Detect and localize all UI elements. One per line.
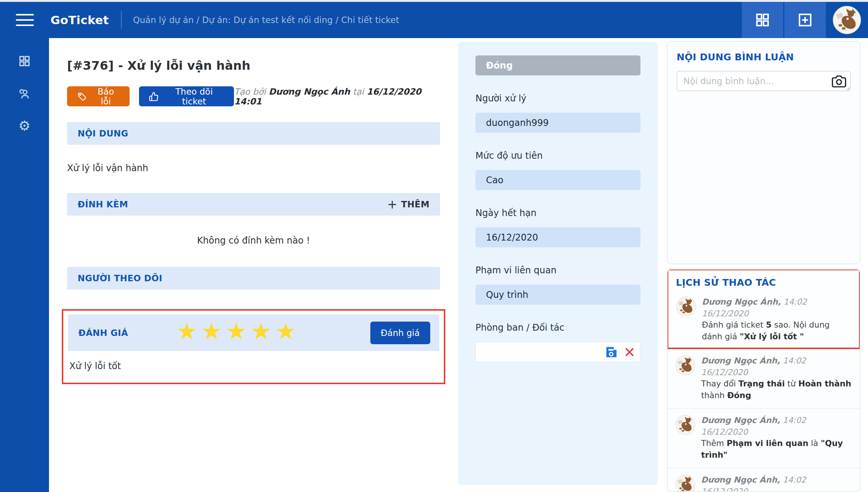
field-label-scope: Phạm vi liên quan [475, 265, 640, 276]
star-icon[interactable]: ★ [201, 320, 222, 343]
department-input-wrap [475, 342, 640, 362]
avatar [676, 296, 696, 317]
rating-highlight-annotation: ĐÁNH GIÁ ★★★★★ Đánh giá Xử lý lỗi tốt [62, 309, 445, 384]
add-attachment-label: THÊM [401, 199, 429, 209]
history-item: Dương Ngọc Ánh, 14:02 16/12/2020 Đánh gi… [676, 293, 851, 345]
add-attachment-button[interactable]: + THÊM [387, 198, 429, 210]
close-ticket-button[interactable]: Đóng [475, 55, 640, 75]
history-item: Dương Ngọc Ánh, 14:02 16/12/2020 Thay đổ… [668, 349, 860, 409]
field-label-priority: Mức độ ưu tiên [475, 150, 640, 161]
app-logo: GoTicket [50, 13, 109, 27]
star-icon[interactable]: ★ [176, 320, 197, 343]
rate-button[interactable]: Đánh giá [370, 322, 430, 344]
attachments-empty-text: Không có đính kèm nào ! [67, 216, 440, 267]
star-icon[interactable]: ★ [226, 320, 247, 343]
grid-icon [18, 55, 31, 67]
hamburger-menu-icon[interactable] [16, 10, 34, 30]
history-item-meta: Dương Ngọc Ánh, 14:02 16/12/2020 [701, 355, 852, 378]
sidebar-item-users[interactable] [17, 86, 32, 101]
attach-photo-button[interactable] [832, 74, 846, 90]
camera-icon [832, 74, 846, 89]
avatar [675, 474, 695, 492]
history-author: Dương Ngọc Ánh, [701, 475, 780, 484]
history-item: Dương Ngọc Ánh, 14:02 16/12/2020 Thêm Ph… [668, 409, 860, 468]
sidebar-item-settings[interactable]: ⚙ [17, 118, 32, 134]
history-item-body: Dương Ngọc Ánh, 14:02 16/12/2020 Thêm Ph… [701, 415, 852, 461]
history-list: Dương Ngọc Ánh, 14:02 16/12/2020 Thay đổ… [668, 349, 860, 492]
create-new-button[interactable] [783, 2, 826, 38]
department-input[interactable] [482, 347, 599, 357]
comment-input[interactable] [677, 71, 851, 91]
field-label-due-date: Ngày hết hạn [475, 208, 640, 218]
report-error-label: Báo lỗi [92, 87, 119, 106]
close-ticket-label: Đóng [486, 60, 513, 71]
ticket-content-text: Xử lý lỗi vận hành [67, 145, 440, 193]
history-author: Dương Ngọc Ánh, [701, 415, 780, 425]
history-item-meta: Dương Ngọc Ánh, 14:02 16/12/2020 [701, 474, 852, 492]
right-column: NỘI DUNG BÌNH LUẬN LỊCH SỬ THAO TÁC Dươn… [667, 41, 860, 492]
history-item-body: Dương Ngọc Ánh, 14:02 16/12/2020 Thêm Ng… [701, 474, 852, 492]
section-followers-header: NGƯỜI THEO DÕI [67, 267, 440, 290]
ticket-details-panel: Đóng Người xử lý duonganh999 Mức độ ưu t… [458, 42, 658, 485]
user-avatar[interactable] [833, 6, 861, 34]
rating-review-text: Xử lý lỗi tốt [68, 351, 439, 383]
tag-icon [77, 91, 87, 102]
field-value-priority[interactable]: Cao [475, 170, 640, 190]
top-navbar: GoTicket Quản lý dự án / Dự án: Dự án te… [0, 2, 868, 38]
follow-ticket-button[interactable]: Theo dõi ticket [139, 86, 234, 106]
ticket-actions: Báo lỗi Theo dõi ticket Tạo bởi Dương Ng… [67, 86, 440, 106]
history-action-text: Thêm Phạm vi liên quan là "Quy trình" [701, 438, 852, 461]
thumbs-up-icon [149, 91, 159, 102]
field-label-department: Phòng ban / Đối tác [475, 322, 640, 333]
navbar-divider [121, 11, 122, 29]
history-item-meta: Dương Ngọc Ánh, 14:02 16/12/2020 [701, 415, 852, 438]
section-followers-title: NGƯỜI THEO DÕI [78, 273, 162, 283]
rate-button-label: Đánh giá [381, 328, 420, 338]
report-error-button[interactable]: Báo lỗi [67, 86, 130, 106]
history-action-text: Thay đổi Trạng thái từ Hoàn thành thành … [701, 378, 852, 401]
page-title: [#376] - Xử lý lỗi vận hành [67, 58, 440, 73]
people-icon [18, 87, 31, 100]
created-by-name: Dương Ngọc Ánh [269, 87, 350, 97]
field-value-scope[interactable]: Quy trình [475, 285, 640, 305]
save-icon[interactable] [605, 345, 618, 359]
created-by-line: Tạo bởi Dương Ngọc Ánh tại 16/12/2020 14… [234, 87, 440, 106]
star-icon[interactable]: ★ [275, 320, 296, 343]
avatar [675, 355, 695, 376]
section-attachments-title: ĐÍNH KÈM [78, 199, 128, 209]
history-author: Dương Ngọc Ánh, [701, 356, 780, 365]
section-content-title: NỘI DUNG [78, 129, 128, 138]
comments-title: NỘI DUNG BÌNH LUẬN [677, 52, 794, 63]
field-value-assignee[interactable]: duonganh999 [475, 113, 640, 133]
history-title: LỊCH SỬ THAO TÁC [676, 277, 851, 288]
gear-icon: ⚙ [18, 119, 31, 133]
history-item-meta: Dương Ngọc Ánh, 14:02 16/12/2020 [702, 296, 851, 319]
star-icon[interactable]: ★ [251, 320, 272, 343]
plus-icon: + [387, 198, 397, 210]
grid-icon [755, 12, 770, 28]
field-label-assignee: Người xử lý [475, 93, 640, 104]
history-item: Dương Ngọc Ánh, 14:02 16/12/2020 Thêm Ng… [668, 468, 860, 492]
rating-section-bar: ĐÁNH GIÁ ★★★★★ Đánh giá [68, 314, 439, 351]
section-attachments-header: ĐÍNH KÈM + THÊM [67, 193, 440, 216]
breadcrumb[interactable]: Quản lý dự án / Dự án: Dự án test kết nố… [133, 15, 399, 25]
left-sidebar: ⚙ [0, 38, 49, 492]
history-item-body: Dương Ngọc Ánh, 14:02 16/12/2020 Thay đổ… [701, 355, 852, 401]
clear-icon[interactable] [624, 347, 635, 357]
history-highlight-annotation: LỊCH SỬ THAO TÁC Dương Ngọc Ánh, 14:02 1… [667, 269, 860, 349]
apps-grid-button[interactable] [741, 2, 783, 38]
plus-square-icon [797, 12, 813, 28]
history-highlighted-item-slot: Dương Ngọc Ánh, 14:02 16/12/2020 Đánh gi… [676, 293, 851, 345]
rating-title: ĐÁNH GIÁ [78, 328, 128, 338]
history-card: LỊCH SỬ THAO TÁC Dương Ngọc Ánh, 14:02 1… [667, 269, 860, 492]
ticket-detail-main: [#376] - Xử lý lỗi vận hành Báo lỗi Theo… [49, 38, 458, 492]
comments-card: NỘI DUNG BÌNH LUẬN [667, 41, 860, 264]
rating-stars: ★★★★★ [176, 321, 296, 345]
history-action-text: Đánh giá ticket 5 sao. Nội dung đánh giá… [702, 319, 851, 342]
sidebar-item-dashboard[interactable] [17, 53, 32, 69]
section-content-header: NỘI DUNG [67, 122, 440, 145]
follow-ticket-label: Theo dõi ticket [164, 87, 224, 106]
screen: GoTicket Quản lý dự án / Dự án: Dự án te… [0, 0, 868, 492]
history-item-body: Dương Ngọc Ánh, 14:02 16/12/2020 Đánh gi… [702, 296, 851, 342]
field-value-due-date[interactable]: 16/12/2020 [475, 227, 640, 247]
